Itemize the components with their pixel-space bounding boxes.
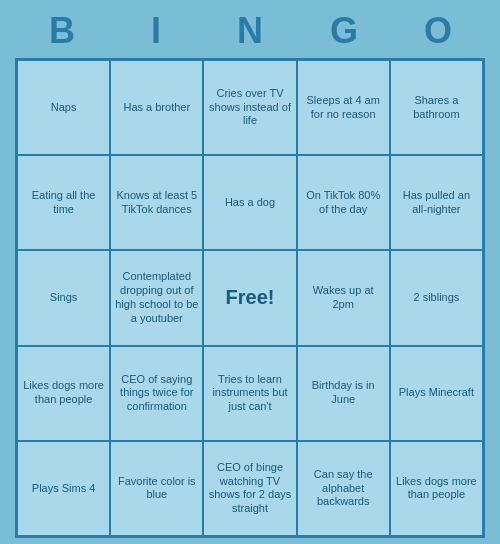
bingo-header: BINGO — [15, 0, 485, 58]
bingo-cell[interactable]: Plays Sims 4 — [17, 441, 110, 536]
bingo-cell[interactable]: Has pulled an all-nighter — [390, 155, 483, 250]
bingo-cell[interactable]: Naps — [17, 60, 110, 155]
cell-text: Has a dog — [225, 196, 275, 210]
cell-text: Likes dogs more than people — [22, 379, 105, 407]
cell-text: Plays Minecraft — [399, 386, 474, 400]
cell-text: 2 siblings — [413, 291, 459, 305]
cell-text: Likes dogs more than people — [395, 475, 478, 503]
bingo-cell[interactable]: CEO of saying things twice for confirmat… — [110, 346, 203, 441]
bingo-cell[interactable]: Can say the alphabet backwards — [297, 441, 390, 536]
bingo-cell[interactable]: Likes dogs more than people — [390, 441, 483, 536]
bingo-cell[interactable]: 2 siblings — [390, 250, 483, 345]
cell-text: On TikTok 80% of the day — [302, 189, 385, 217]
cell-text: Tries to learn instruments but just can'… — [208, 373, 291, 414]
bingo-cell[interactable]: Eating all the time — [17, 155, 110, 250]
bingo-cell[interactable]: Has a brother — [110, 60, 203, 155]
cell-text: Cries over TV shows instead of life — [208, 87, 291, 128]
bingo-cell[interactable]: Sleeps at 4 am for no reason — [297, 60, 390, 155]
bingo-cell[interactable]: Likes dogs more than people — [17, 346, 110, 441]
bingo-cell[interactable]: Has a dog — [203, 155, 296, 250]
cell-text: Birthday is in June — [302, 379, 385, 407]
cell-text: Contemplated dropping out of high school… — [115, 270, 198, 325]
cell-text: Shares a bathroom — [395, 94, 478, 122]
bingo-cell[interactable]: Shares a bathroom — [390, 60, 483, 155]
bingo-cell[interactable]: Tries to learn instruments but just can'… — [203, 346, 296, 441]
cell-text: Wakes up at 2pm — [302, 284, 385, 312]
cell-text: Free! — [226, 285, 275, 310]
bingo-cell[interactable]: CEO of binge watching TV shows for 2 day… — [203, 441, 296, 536]
bingo-cell[interactable]: Plays Minecraft — [390, 346, 483, 441]
bingo-cell[interactable]: Knows at least 5 TikTok dances — [110, 155, 203, 250]
bingo-cell[interactable]: Contemplated dropping out of high school… — [110, 250, 203, 345]
cell-text: CEO of binge watching TV shows for 2 day… — [208, 461, 291, 516]
cell-text: Eating all the time — [22, 189, 105, 217]
cell-text: Naps — [51, 101, 77, 115]
bingo-cell[interactable]: Favorite color is blue — [110, 441, 203, 536]
bingo-letter: B — [22, 10, 102, 52]
free-cell[interactable]: Free! — [203, 250, 296, 345]
cell-text: Sings — [50, 291, 78, 305]
bingo-cell[interactable]: Wakes up at 2pm — [297, 250, 390, 345]
cell-text: Has pulled an all-nighter — [395, 189, 478, 217]
cell-text: Can say the alphabet backwards — [302, 468, 385, 509]
bingo-letter: G — [304, 10, 384, 52]
bingo-grid: NapsHas a brotherCries over TV shows ins… — [15, 58, 485, 538]
cell-text: Knows at least 5 TikTok dances — [115, 189, 198, 217]
cell-text: Favorite color is blue — [115, 475, 198, 503]
bingo-cell[interactable]: Birthday is in June — [297, 346, 390, 441]
bingo-letter: I — [116, 10, 196, 52]
cell-text: CEO of saying things twice for confirmat… — [115, 373, 198, 414]
bingo-cell[interactable]: On TikTok 80% of the day — [297, 155, 390, 250]
bingo-letter: N — [210, 10, 290, 52]
cell-text: Sleeps at 4 am for no reason — [302, 94, 385, 122]
bingo-cell[interactable]: Cries over TV shows instead of life — [203, 60, 296, 155]
cell-text: Has a brother — [123, 101, 190, 115]
cell-text: Plays Sims 4 — [32, 482, 96, 496]
bingo-cell[interactable]: Sings — [17, 250, 110, 345]
bingo-letter: O — [398, 10, 478, 52]
